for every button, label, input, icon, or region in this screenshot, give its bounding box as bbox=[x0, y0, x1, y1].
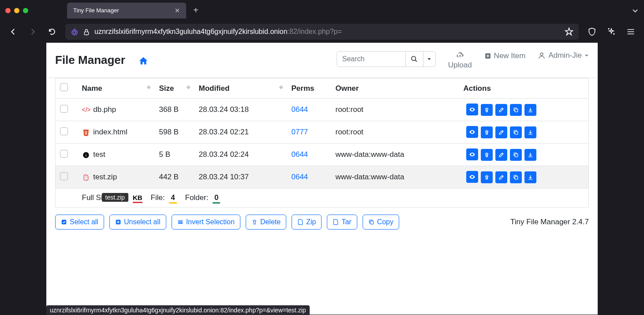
svg-rect-7 bbox=[515, 131, 518, 134]
col-owner: Owner bbox=[336, 84, 359, 93]
delete-button[interactable]: Delete bbox=[246, 215, 286, 230]
select-all-checkbox[interactable] bbox=[60, 83, 68, 91]
status-bar: uznrzifslxi6rifrnyrm4xfytkn3guluha4tg6gx… bbox=[46, 305, 310, 315]
zip-button[interactable]: Zip bbox=[292, 215, 322, 230]
tab-close-button[interactable]: ✕ bbox=[175, 7, 180, 14]
view-button[interactable] bbox=[466, 104, 478, 115]
unselect-all-button[interactable]: Unselect all bbox=[109, 215, 166, 230]
copy-button[interactable] bbox=[510, 171, 522, 183]
onion-icon bbox=[71, 28, 79, 36]
new-tab-button[interactable]: + bbox=[190, 5, 202, 15]
sort-icon: ◆ bbox=[279, 84, 283, 90]
search-button[interactable] bbox=[405, 52, 423, 67]
table-row: test.zip 442 B 28.03.24 10:37 0644 www-d… bbox=[56, 166, 589, 189]
file-modified: 28.03.24 03:18 bbox=[195, 99, 287, 121]
view-button[interactable] bbox=[466, 148, 478, 160]
copy-button[interactable] bbox=[510, 149, 522, 161]
file-owner: www-data:www-data bbox=[331, 166, 459, 189]
svg-rect-11 bbox=[62, 220, 67, 225]
trash-button[interactable] bbox=[481, 171, 493, 183]
sort-icon: ◆ bbox=[187, 84, 190, 90]
file-perms[interactable]: 0644 bbox=[292, 105, 308, 114]
file-perms[interactable]: 0644 bbox=[292, 150, 308, 159]
file-perms[interactable]: 0644 bbox=[292, 173, 308, 181]
window-close-button[interactable] bbox=[5, 8, 11, 13]
copy-button[interactable] bbox=[510, 126, 522, 138]
svg-rect-10 bbox=[515, 176, 518, 179]
select-all-button[interactable]: Select all bbox=[55, 215, 104, 230]
edit-button[interactable] bbox=[495, 104, 507, 116]
download-button[interactable] bbox=[524, 104, 536, 116]
cloud-upload-icon bbox=[456, 51, 464, 60]
row-checkbox[interactable] bbox=[60, 172, 68, 180]
file-name[interactable]: index.html bbox=[93, 128, 127, 136]
tar-button[interactable]: Tar bbox=[327, 215, 357, 230]
shield-icon[interactable] bbox=[586, 27, 598, 36]
sparkle-icon[interactable] bbox=[605, 27, 618, 36]
col-modified[interactable]: Modified bbox=[199, 84, 230, 93]
trash-button[interactable] bbox=[481, 126, 493, 138]
tab-list-button[interactable] bbox=[632, 7, 639, 15]
row-checkbox[interactable] bbox=[60, 105, 68, 113]
file-name[interactable]: test bbox=[93, 150, 105, 159]
view-button[interactable] bbox=[466, 126, 478, 138]
file-size: 442 B bbox=[155, 166, 195, 189]
sort-icon: ◆ bbox=[147, 84, 150, 90]
table-row: test 5 B 28.03.24 02:24 0644 www-data:ww… bbox=[56, 144, 589, 166]
window-maximize-button[interactable] bbox=[23, 8, 28, 13]
edit-button[interactable] bbox=[495, 126, 507, 138]
row-checkbox[interactable] bbox=[60, 127, 68, 135]
summary-folder-count: 0 bbox=[213, 193, 220, 204]
app-brand: File Manager bbox=[55, 53, 125, 67]
nav-reload-button[interactable] bbox=[46, 28, 58, 36]
trash-button[interactable] bbox=[481, 104, 493, 116]
table-row: </> db.php 368 B 28.03.24 03:18 0644 roo… bbox=[56, 99, 589, 121]
browser-tab[interactable]: Tiny File Manager ✕ bbox=[67, 3, 186, 19]
bookmark-icon[interactable] bbox=[565, 27, 573, 36]
edit-button[interactable] bbox=[495, 149, 507, 161]
tooltip: test.zip bbox=[102, 193, 128, 202]
archive-icon bbox=[82, 173, 90, 181]
upload-button[interactable]: Upload bbox=[448, 51, 472, 70]
user-menu[interactable]: Admin-Jie bbox=[538, 51, 589, 60]
svg-point-0 bbox=[72, 30, 77, 35]
edit-button[interactable] bbox=[495, 171, 507, 183]
col-size[interactable]: Size bbox=[159, 84, 174, 93]
col-name[interactable]: Name bbox=[82, 84, 102, 93]
window-controls bbox=[5, 8, 28, 13]
url-bar[interactable]: uznrzifslxi6rifrnyrm4xfytkn3guluha4tg6gx… bbox=[65, 24, 579, 40]
file-owner: root:root bbox=[331, 121, 459, 144]
copy-button[interactable]: Copy bbox=[363, 215, 399, 230]
svg-point-5 bbox=[540, 53, 543, 56]
row-checkbox[interactable] bbox=[60, 150, 68, 158]
search-dropdown[interactable] bbox=[423, 52, 435, 67]
download-button[interactable] bbox=[524, 171, 536, 183]
home-icon[interactable] bbox=[139, 55, 148, 66]
new-item-button[interactable]: New Item bbox=[484, 51, 526, 61]
copy-button[interactable] bbox=[510, 104, 522, 116]
summary-file-label: File: bbox=[151, 193, 165, 202]
file-name[interactable]: test.zip bbox=[93, 173, 117, 181]
search-group bbox=[337, 51, 436, 67]
info-icon bbox=[82, 151, 90, 159]
svg-rect-6 bbox=[515, 109, 518, 112]
lock-icon bbox=[83, 28, 90, 36]
view-button[interactable] bbox=[466, 171, 478, 183]
nav-back-button[interactable] bbox=[7, 28, 19, 36]
svg-point-1 bbox=[73, 31, 76, 34]
svg-rect-13 bbox=[370, 221, 373, 224]
summary-folder-label: Folder: bbox=[185, 193, 209, 202]
download-button[interactable] bbox=[524, 126, 536, 138]
download-button[interactable] bbox=[524, 149, 536, 161]
app-navbar: File Manager Upload bbox=[46, 43, 598, 78]
window-minimize-button[interactable] bbox=[14, 8, 19, 13]
search-input[interactable] bbox=[337, 52, 405, 66]
invert-selection-button[interactable]: Invert Selection bbox=[172, 215, 240, 230]
summary-size-value: KB bbox=[133, 194, 142, 203]
file-perms[interactable]: 0777 bbox=[292, 128, 308, 136]
file-table: Name◆ Size◆ Modified◆ Perms Owner Action… bbox=[55, 78, 589, 208]
nav-forward-button[interactable] bbox=[26, 28, 39, 36]
file-name[interactable]: db.php bbox=[93, 105, 116, 114]
menu-icon[interactable] bbox=[625, 27, 637, 36]
trash-button[interactable] bbox=[481, 149, 493, 161]
